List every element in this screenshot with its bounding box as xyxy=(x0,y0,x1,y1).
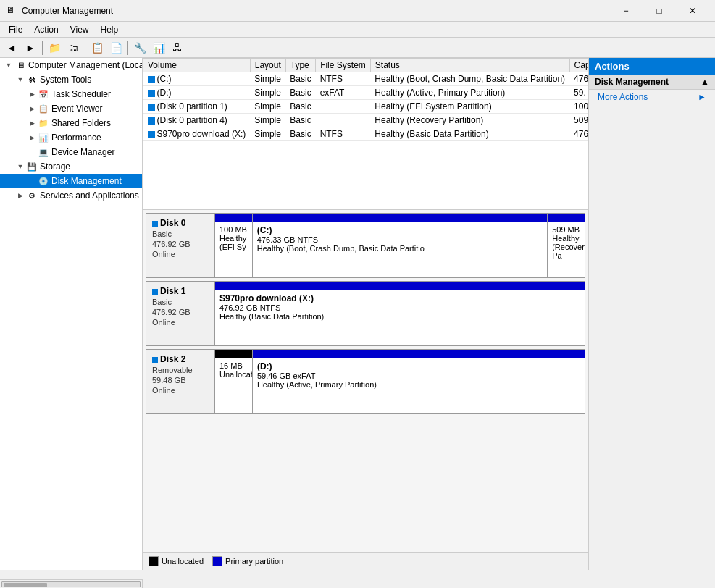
device-manager-icon: 💻 xyxy=(38,146,49,158)
expand-performance: ▶ xyxy=(26,132,38,143)
sidebar-shared-folders-label: Shared Folders xyxy=(51,118,111,128)
menu-file[interactable]: File xyxy=(3,23,28,36)
sidebar-root[interactable]: ▼ 🖥 Computer Management (Local xyxy=(0,58,142,72)
disk-status: Online xyxy=(152,318,209,327)
partition-size: 476.33 GB NTFS xyxy=(257,235,543,244)
col-cap[interactable]: Cap xyxy=(569,59,588,72)
sidebar-storage-label: Storage xyxy=(40,161,70,172)
partition[interactable]: 100 MB Healthy (EFI Sy xyxy=(215,214,253,277)
disk-type: Basic xyxy=(152,298,209,306)
actions-more-actions[interactable]: More Actions ► xyxy=(589,90,715,104)
table-row[interactable]: S970pro download (X:) Simple Basic NTFS … xyxy=(143,127,589,141)
table-row[interactable]: (D:) Simple Basic exFAT Healthy (Active,… xyxy=(143,86,589,100)
actions-more-actions-arrow: ► xyxy=(698,92,706,102)
sidebar-item-event-viewer[interactable]: ▶ 📋 Event Viewer xyxy=(0,101,142,116)
table-row[interactable]: (Disk 0 partition 1) Simple Basic Health… xyxy=(143,100,589,114)
sidebar-event-viewer-label: Event Viewer xyxy=(51,104,102,114)
cell-filesystem: NTFS xyxy=(316,127,371,141)
sidebar-scrollbar[interactable] xyxy=(0,579,143,588)
sidebar-item-disk-management[interactable]: 💿 Disk Management xyxy=(0,174,142,188)
table-row[interactable]: (C:) Simple Basic NTFS Healthy (Boot, Cr… xyxy=(143,72,589,86)
legend-unallocated-label: Unallocated xyxy=(162,557,204,566)
partition-desc: Healthy (Basic Data Partition) xyxy=(219,312,580,321)
sidebar-item-device-manager[interactable]: 💻 Device Manager xyxy=(0,145,142,159)
partition[interactable]: (C:) 476.33 GB NTFS Healthy (Boot, Crash… xyxy=(253,214,548,277)
sidebar-item-task-scheduler[interactable]: ▶ 📅 Task Scheduler xyxy=(0,87,142,101)
col-filesystem[interactable]: File System xyxy=(316,59,371,72)
actions-panel: Actions Disk Management ▲ More Actions ► xyxy=(588,58,715,570)
cell-status: Healthy (Boot, Crash Dump, Basic Data Pa… xyxy=(370,72,569,86)
disk-name: Disk 1 xyxy=(152,286,209,296)
partition-bar xyxy=(253,214,547,222)
sidebar-scrollbar-track[interactable] xyxy=(1,581,141,587)
toolbar-btn4[interactable]: 📄 xyxy=(107,40,125,56)
expand-task-scheduler: ▶ xyxy=(26,88,38,100)
partition-size: 16 MB xyxy=(219,361,248,370)
toolbar-btn3[interactable]: 📋 xyxy=(88,40,106,56)
col-volume[interactable]: Volume xyxy=(143,59,251,72)
toolbar-btn6[interactable]: 📊 xyxy=(150,40,167,56)
expand-event-viewer: ▶ xyxy=(26,103,38,114)
sidebar-item-storage[interactable]: ▼ 💾 Storage xyxy=(0,159,142,174)
sidebar-root-label: Computer Management (Local xyxy=(28,60,143,70)
cell-layout: Simple xyxy=(250,114,285,127)
partition[interactable]: S970pro download (X:) 476.92 GB NTFS Hea… xyxy=(215,282,585,345)
cell-filesystem xyxy=(316,114,371,127)
cell-filesystem xyxy=(316,100,371,114)
close-button[interactable]: ✕ xyxy=(676,0,709,22)
legend-primary-label: Primary partition xyxy=(225,557,283,566)
partition[interactable]: 16 MB Unallocated xyxy=(215,350,253,413)
sidebar-system-tools-label: System Tools xyxy=(40,75,91,85)
actions-section-disk-management[interactable]: Disk Management ▲ xyxy=(589,75,715,90)
disk-item: Disk 1 Basic 476.92 GB Online S970pro do… xyxy=(146,281,585,346)
disk-label: Disk 2 Removable 59.48 GB Online xyxy=(146,350,215,413)
maximize-button[interactable]: □ xyxy=(643,0,676,22)
col-type[interactable]: Type xyxy=(285,59,315,72)
table-row[interactable]: (Disk 0 partition 4) Simple Basic Health… xyxy=(143,114,589,127)
disk-partitions: 100 MB Healthy (EFI Sy (C:) 476.33 GB NT… xyxy=(215,214,585,277)
col-status[interactable]: Status xyxy=(370,59,569,72)
sidebar-scrollbar-thumb[interactable] xyxy=(4,583,47,587)
sidebar-item-shared-folders[interactable]: ▶ 📁 Shared Folders xyxy=(0,116,142,130)
actions-section-label: Disk Management xyxy=(595,77,669,87)
cell-volume: (Disk 0 partition 4) xyxy=(143,114,251,127)
main-layout: ▼ 🖥 Computer Management (Local ▼ 🛠 Syste… xyxy=(0,58,715,570)
disk-item: Disk 0 Basic 476.92 GB Online 100 MB Hea… xyxy=(146,213,585,278)
cell-cap: 476 xyxy=(569,127,588,141)
col-layout[interactable]: Layout xyxy=(250,59,285,72)
title-bar: 🖥 Computer Management − □ ✕ xyxy=(0,0,715,22)
toolbar-forward[interactable]: ► xyxy=(22,40,39,56)
menu-action[interactable]: Action xyxy=(28,23,64,36)
toolbar-back[interactable]: ◄ xyxy=(3,40,20,56)
cell-cap: 509 xyxy=(569,114,588,127)
cell-layout: Simple xyxy=(250,100,285,114)
sidebar-item-performance[interactable]: ▶ 📊 Performance xyxy=(0,130,142,145)
menu-help[interactable]: Help xyxy=(95,23,125,36)
menu-view[interactable]: View xyxy=(64,23,95,36)
volume-table-area[interactable]: Volume Layout Type File System Status Ca… xyxy=(143,58,588,210)
disk-label: Disk 1 Basic 476.92 GB Online xyxy=(146,282,215,345)
expand-root: ▼ xyxy=(3,59,14,71)
volume-table: Volume Layout Type File System Status Ca… xyxy=(143,58,588,141)
disk-name: Disk 2 xyxy=(152,354,209,364)
app-icon: 🖥 xyxy=(6,5,17,17)
partition[interactable]: 509 MB Healthy (Recovery Pa xyxy=(548,214,585,277)
partition-bar xyxy=(253,350,585,358)
expand-device-manager xyxy=(26,146,38,158)
performance-icon: 📊 xyxy=(38,132,49,143)
minimize-button[interactable]: − xyxy=(609,0,643,22)
toolbar-btn7[interactable]: 🖧 xyxy=(169,40,186,56)
toolbar-show-hide[interactable]: 🗂 xyxy=(64,40,82,56)
storage-icon: 💾 xyxy=(26,161,38,172)
partition-size: 476.92 GB NTFS xyxy=(219,303,580,312)
partition-desc: Unallocated xyxy=(219,370,248,379)
sidebar-item-system-tools[interactable]: ▼ 🛠 System Tools xyxy=(0,72,142,87)
disk-management-icon: 💿 xyxy=(38,175,49,187)
sidebar-item-services-apps[interactable]: ▶ ⚙ Services and Applications xyxy=(0,188,142,203)
toolbar-up[interactable]: 📁 xyxy=(46,40,63,56)
partition[interactable]: (D:) 59.46 GB exFAT Healthy (Active, Pri… xyxy=(253,350,585,413)
toolbar-btn5[interactable]: 🔧 xyxy=(131,40,149,56)
disk-name: Disk 0 xyxy=(152,218,209,228)
expand-system-tools: ▼ xyxy=(14,74,26,85)
cell-layout: Simple xyxy=(250,127,285,141)
